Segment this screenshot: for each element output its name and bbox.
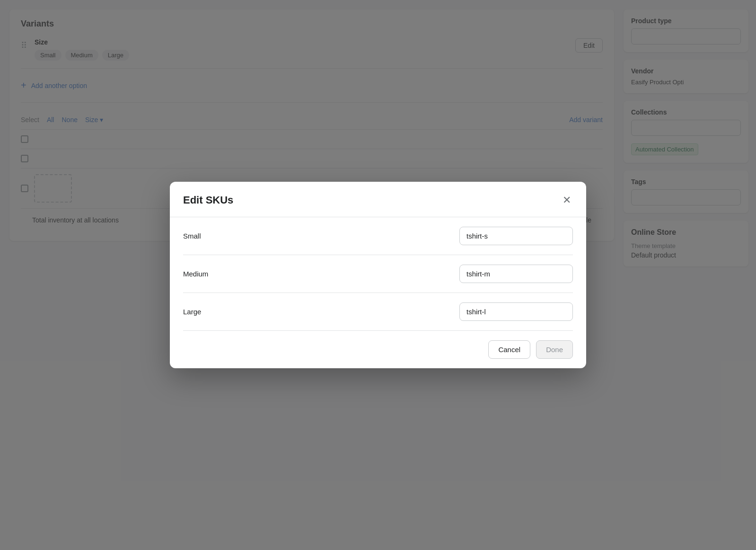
sku-variant-large: Large [183,308,450,316]
sku-input-small[interactable] [459,227,573,245]
done-button[interactable]: Done [536,340,573,359]
cancel-button[interactable]: Cancel [488,340,530,359]
sku-input-medium[interactable] [459,265,573,283]
edit-skus-modal: Edit SKUs ✕ Small Medium Large Cancel Do… [170,182,586,368]
modal-overlay: Edit SKUs ✕ Small Medium Large Cancel Do… [0,0,756,550]
modal-header: Edit SKUs ✕ [170,182,586,217]
sku-row-medium: Medium [183,255,573,293]
sku-variant-small: Small [183,232,450,240]
modal-body: Small Medium Large [170,217,586,331]
sku-row-small: Small [183,217,573,255]
modal-close-button[interactable]: ✕ [561,193,573,207]
sku-input-large[interactable] [459,302,573,321]
sku-row-large: Large [183,293,573,331]
sku-variant-medium: Medium [183,270,450,278]
modal-title: Edit SKUs [183,194,233,206]
modal-footer: Cancel Done [170,331,586,368]
